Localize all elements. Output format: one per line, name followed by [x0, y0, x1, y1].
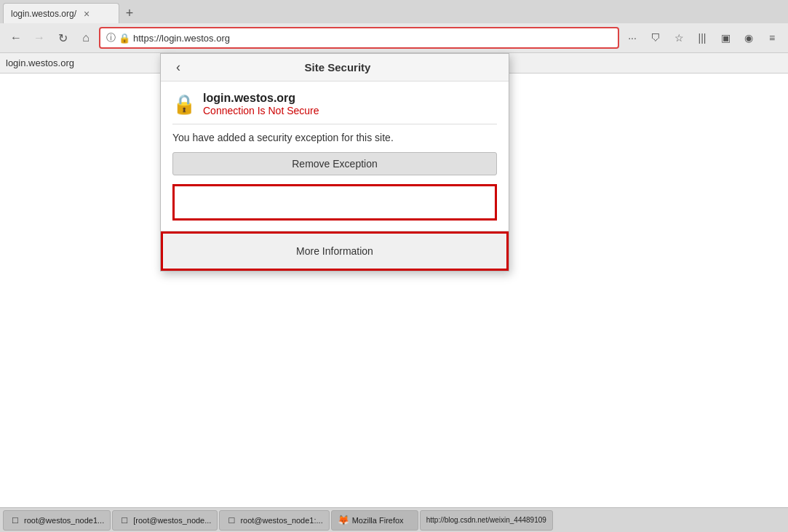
popup-footer: More Information [161, 231, 509, 271]
back-button[interactable]: ← [6, 28, 26, 48]
taskbar-label-firefox: Mozilla Firefox [352, 516, 404, 525]
lock-icon: 🔒 [119, 33, 130, 44]
more-info-highlight-area [172, 184, 497, 221]
info-icon: ⓘ [106, 31, 116, 44]
popup-message: You have added a security exception for … [172, 132, 497, 143]
url-bar[interactable]: ⓘ 🔒 https://login.westos.org [99, 27, 619, 49]
avatar-button[interactable]: ◉ [739, 28, 759, 48]
taskbar-item-firefox[interactable]: 🦊 Mozilla Firefox [331, 510, 418, 531]
taskbar-label-terminal3: root@westos_node1:... [240, 516, 322, 525]
popup-title: Site Security [193, 61, 500, 74]
tab-close-button[interactable]: × [81, 8, 92, 20]
pocket-button[interactable]: ⛉ [645, 28, 666, 48]
tab-title: login.westos.org/ [11, 9, 76, 19]
forward-button[interactable]: → [29, 28, 49, 48]
page-tab-label: login.westos.org [6, 57, 74, 68]
url-text: https://login.westos.org [133, 33, 612, 44]
popup-body: 🔒 login.westos.org Connection Is Not Sec… [161, 82, 509, 231]
taskbar-url-display: http://blog.csdn.net/weixin_44489109 [420, 510, 553, 531]
terminal1-icon: □ [9, 515, 21, 526]
popup-site-info: login.westos.org Connection Is Not Secur… [203, 92, 319, 116]
refresh-button[interactable]: ↻ [52, 28, 73, 48]
home-button[interactable]: ⌂ [76, 28, 96, 48]
security-popup: ‹ Site Security 🔒 login.westos.org Conne… [160, 53, 509, 271]
nav-bar: ← → ↻ ⌂ ⓘ 🔒 https://login.westos.org ···… [0, 23, 788, 52]
remove-exception-button[interactable]: Remove Exception [172, 152, 497, 175]
popup-back-button[interactable]: ‹ [170, 60, 187, 75]
taskbar-label-terminal2: [root@westos_node... [133, 516, 211, 525]
bookmark-button[interactable]: ☆ [669, 28, 689, 48]
taskbar-item-terminal3[interactable]: □ root@westos_node1:... [219, 510, 329, 531]
new-tab-button[interactable]: + [119, 3, 140, 23]
tab-bar: login.westos.org/ × + [0, 0, 788, 23]
terminal2-icon: □ [119, 515, 130, 526]
active-tab[interactable]: login.westos.org/ × [3, 3, 119, 23]
popup-divider [172, 124, 497, 124]
terminal3-icon: □ [226, 515, 237, 526]
library-button[interactable]: ||| [692, 28, 712, 48]
popup-header: ‹ Site Security [161, 54, 509, 82]
menu-button[interactable]: ≡ [762, 28, 782, 48]
synced-tabs-button[interactable]: ▣ [715, 28, 736, 48]
page-content: login.westos.org ‹ Site Security 🔒 login… [0, 53, 788, 508]
taskbar-item-terminal2[interactable]: □ [root@westos_node... [112, 510, 218, 531]
nav-right-buttons: ··· ⛉ ☆ ||| ▣ ◉ ≡ [622, 28, 782, 48]
taskbar-label-terminal1: root@westos_node1... [24, 516, 104, 525]
more-button[interactable]: ··· [622, 28, 642, 48]
firefox-icon: 🦊 [338, 515, 349, 526]
popup-site-row: 🔒 login.westos.org Connection Is Not Sec… [172, 92, 497, 116]
more-information-button[interactable]: More Information [161, 231, 509, 271]
popup-lock-icon: 🔒 [172, 93, 196, 116]
taskbar: □ root@westos_node1... □ [root@westos_no… [0, 507, 788, 532]
popup-site-status: Connection Is Not Secure [203, 105, 319, 116]
popup-site-name: login.westos.org [203, 92, 319, 105]
taskbar-item-terminal1[interactable]: □ root@westos_node1... [3, 510, 111, 531]
